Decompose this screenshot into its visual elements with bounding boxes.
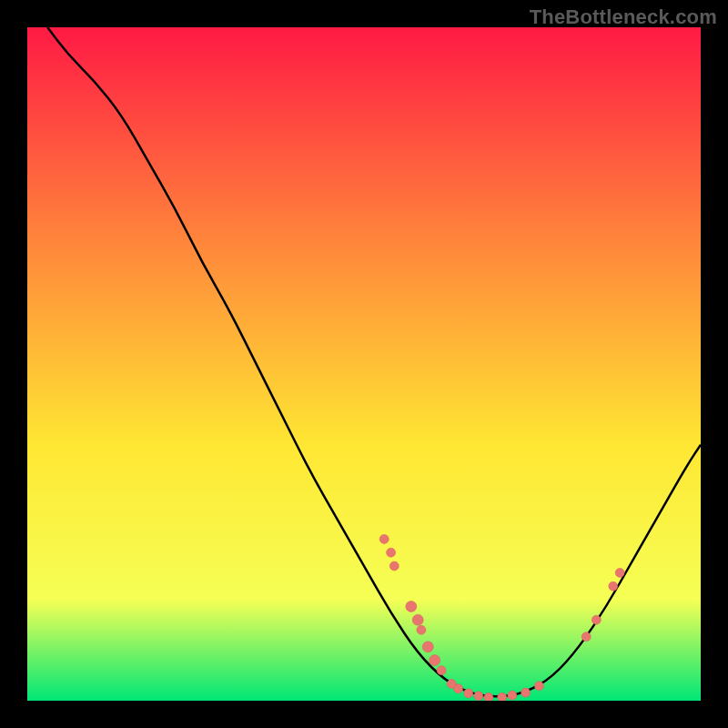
chart-svg — [27, 27, 701, 701]
data-marker — [464, 689, 473, 698]
data-marker — [454, 684, 463, 693]
data-marker — [417, 625, 426, 634]
data-marker — [389, 561, 399, 571]
data-marker — [534, 682, 543, 691]
data-marker — [484, 693, 493, 701]
data-marker — [581, 632, 591, 642]
data-marker — [592, 615, 601, 624]
data-marker — [379, 534, 389, 543]
data-marker — [412, 614, 423, 625]
data-marker — [498, 693, 507, 701]
data-marker — [615, 568, 624, 577]
data-marker — [437, 666, 446, 675]
data-marker — [521, 688, 531, 697]
data-marker — [474, 692, 483, 701]
data-marker — [430, 655, 440, 666]
chart-container: TheBottleneck.com — [0, 0, 728, 728]
plot-area — [27, 27, 701, 701]
data-marker — [387, 548, 396, 557]
data-marker — [422, 642, 433, 652]
watermark-label: TheBottleneck.com — [530, 5, 717, 29]
data-marker — [406, 601, 417, 612]
data-marker — [508, 691, 517, 700]
data-marker — [609, 581, 618, 591]
